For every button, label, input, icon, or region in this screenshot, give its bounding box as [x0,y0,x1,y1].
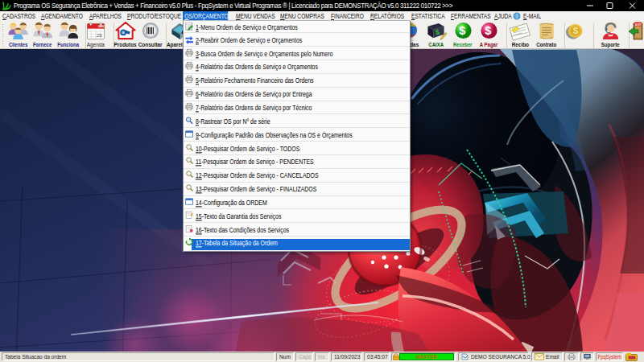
svg-text:S: S [573,27,579,35]
svg-text:$: $ [485,24,491,37]
svg-text:29: 29 [97,33,101,38]
svg-text:JAN: JAN [97,25,104,28]
svg-text:$: $ [459,24,465,37]
svg-text:EXIT: EXIT [635,23,642,27]
